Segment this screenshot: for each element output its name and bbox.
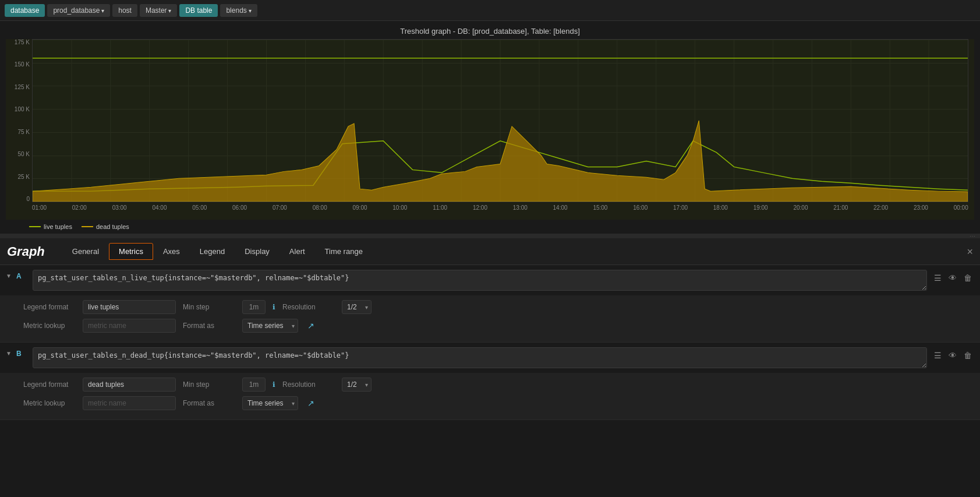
graph-container: Treshold graph - DB: [prod_database], Ta… [0,21,980,238]
x-18: 18:00 [713,205,728,211]
resolution-select-b[interactable]: 1/2 [342,378,372,392]
legend-format-input-a[interactable] [83,300,176,314]
nav-database[interactable]: database [5,4,45,17]
tab-time-range[interactable]: Time range [315,243,373,260]
tab-metrics[interactable]: Metrics [109,243,153,260]
legend-dead-tuples: dead tuples [82,223,129,230]
nav-prod-database[interactable]: prod_database [47,4,110,17]
query-letter-b: B [16,350,28,358]
format-as-select-b[interactable]: Time series [242,396,298,410]
tab-axes[interactable]: Axes [153,243,190,260]
panel-tabs: General Metrics Axes Legend Display Aler… [62,243,373,260]
x-11: 11:00 [433,205,447,211]
metric-lookup-input-b[interactable] [83,396,176,410]
y-label-0: 0 [8,196,30,202]
x-12: 12:00 [473,205,487,211]
metric-lookup-input-a[interactable] [83,319,176,333]
resize-handle[interactable]: ⋯ [0,234,980,238]
legend-format-input-b[interactable] [83,378,176,392]
format-as-select-wrapper-a: Time series [242,319,298,333]
nav-master[interactable]: Master [140,4,177,17]
query-letter-a: A [16,272,28,280]
metric-lookup-label-a: Metric lookup [23,322,76,330]
min-step-info-icon-a[interactable]: ℹ [273,303,275,311]
nav-blends[interactable]: blends [220,4,257,17]
x-09: 09:00 [353,205,367,211]
query-options-b: Legend format Min step 1m ℹ Resolution 1… [0,373,980,420]
query-header-a: ▼ A ☰ 👁 🗑 [0,265,980,295]
legend-format-label-b: Legend format [23,380,76,389]
legend-label-dead: dead tuples [96,223,129,230]
format-as-link-icon-a[interactable]: ↗ [307,321,314,330]
query-menu-btn-b[interactable]: ☰ [932,348,944,362]
topnav: database prod_database host Master DB ta… [0,0,980,21]
panel-section: Graph General Metrics Axes Legend Displa… [0,238,980,420]
options-row-a-1: Legend format Min step 1m ℹ Resolution 1… [23,300,974,314]
x-14: 14:00 [553,205,568,211]
x-08: 08:00 [313,205,327,211]
y-label-125k: 125 K [8,84,30,90]
format-as-link-icon-b[interactable]: ↗ [307,399,314,408]
options-row-b-2: Metric lookup Format as Time series ↗ [23,396,974,410]
min-step-label-b: Min step [183,380,235,389]
tab-display[interactable]: Display [235,243,280,260]
resolution-label-a: Resolution [282,303,335,311]
x-04: 04:00 [152,205,167,211]
format-as-select-wrapper-b: Time series [242,396,298,410]
resolution-label-b: Resolution [282,380,335,389]
query-eye-btn-b[interactable]: 👁 [946,348,959,362]
format-as-label-a: Format as [183,322,235,330]
tab-general[interactable]: General [62,243,109,260]
x-19: 19:00 [753,205,768,211]
legend-line-green [29,226,41,227]
query-block-a: ▼ A ☰ 👁 🗑 Legend format Min step 1m ℹ Re… [0,265,980,343]
chart-area: 0 25 K 50 K 75 K 100 K 125 K 150 K 175 K [6,39,974,220]
x-17: 17:00 [673,205,688,211]
min-step-label-a: Min step [183,303,235,311]
query-delete-btn-b[interactable]: 🗑 [961,348,974,362]
query-input-a[interactable] [33,270,927,291]
query-input-b[interactable] [33,347,927,368]
x-03: 03:00 [112,205,127,211]
x-06: 06:00 [232,205,247,211]
options-row-b-1: Legend format Min step 1m ℹ Resolution 1… [23,378,974,392]
legend-label-live: live tuples [44,223,72,230]
collapse-arrow-a[interactable]: ▼ [6,273,12,279]
query-eye-btn-a[interactable]: 👁 [946,271,959,285]
x-22: 22:00 [873,205,888,211]
chart-legend: live tuples dead tuples [0,220,980,234]
legend-format-label-a: Legend format [23,303,76,311]
metrics-content: ▼ A ☰ 👁 🗑 Legend format Min step 1m ℹ Re… [0,265,980,420]
tab-legend[interactable]: Legend [190,243,235,260]
x-16: 16:00 [633,205,648,211]
min-step-info-icon-b[interactable]: ℹ [273,380,275,389]
min-step-value-a: 1m [242,300,266,314]
panel-header: Graph General Metrics Axes Legend Displa… [0,238,980,265]
x-15: 15:00 [593,205,607,211]
y-label-100k: 100 K [8,106,30,112]
panel-title: Graph [7,244,45,259]
query-delete-btn-a[interactable]: 🗑 [961,271,974,285]
query-menu-btn-a[interactable]: ☰ [932,271,944,285]
y-axis: 0 25 K 50 K 75 K 100 K 125 K 150 K 175 K [6,39,32,202]
y-label-175k: 175 K [8,39,30,45]
query-block-b: ▼ B ☰ 👁 🗑 Legend format Min step 1m ℹ Re… [0,343,980,420]
x-10: 10:00 [392,205,407,211]
format-as-select-a[interactable]: Time series [242,319,298,333]
format-as-label-b: Format as [183,399,235,407]
nav-host[interactable]: host [112,4,137,17]
options-row-a-2: Metric lookup Format as Time series ↗ [23,319,974,333]
collapse-arrow-b[interactable]: ▼ [6,350,12,357]
x-05: 05:00 [192,205,207,211]
legend-live-tuples: live tuples [29,223,72,230]
resolution-select-a[interactable]: 1/2 [342,300,372,314]
nav-db-table[interactable]: DB table [179,4,218,17]
x-axis: 01:00 02:00 03:00 04:00 05:00 06:00 07:0… [32,202,968,220]
close-button[interactable]: × [967,245,973,258]
x-20: 20:00 [793,205,808,211]
query-actions-a: ☰ 👁 🗑 [932,271,974,285]
graph-title: Treshold graph - DB: [prod_database], Ta… [0,27,980,36]
resolution-select-wrapper-b: 1/2 [342,378,372,392]
tab-alert[interactable]: Alert [280,243,315,260]
legend-line-yellow [82,226,93,227]
